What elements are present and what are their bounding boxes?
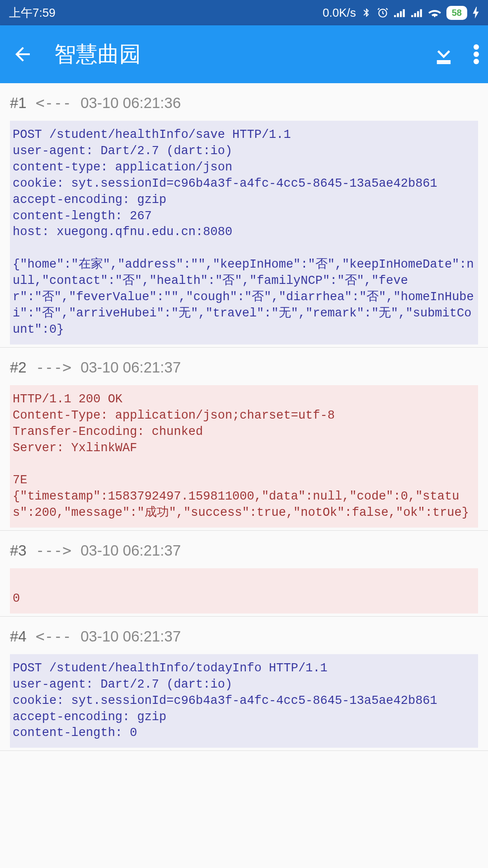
svg-rect-3: [400, 11, 402, 17]
bluetooth-icon: [361, 6, 371, 19]
signal-icon-1: [394, 8, 406, 18]
svg-point-11: [474, 52, 479, 57]
download-button[interactable]: [432, 42, 455, 66]
status-right: 0.0K/s 58: [323, 6, 479, 20]
log-entry[interactable]: #4 <--- 03-10 06:21:37 POST /student/hea…: [0, 617, 488, 751]
status-time: 上午7:59: [9, 5, 56, 21]
wifi-icon: [428, 8, 441, 18]
entry-body: 0: [10, 568, 478, 613]
svg-rect-2: [397, 13, 399, 17]
entry-timestamp: 03-10 06:21:37: [80, 359, 181, 376]
more-button[interactable]: [474, 43, 479, 65]
entry-timestamp: 03-10 06:21:37: [80, 542, 181, 559]
svg-rect-4: [403, 9, 404, 17]
svg-rect-8: [420, 9, 422, 17]
status-bar: 上午7:59 0.0K/s 58: [0, 0, 488, 25]
entry-header: #4 <--- 03-10 06:21:37: [0, 617, 488, 654]
entry-body: HTTP/1.1 200 OK Content-Type: applicatio…: [10, 385, 478, 528]
entry-direction: --->: [36, 359, 71, 376]
svg-rect-1: [394, 15, 396, 17]
arrow-back-icon: [12, 43, 33, 65]
battery-indicator: 58: [446, 6, 467, 20]
log-entry[interactable]: #2 ---> 03-10 06:21:37 HTTP/1.1 200 OK C…: [0, 348, 488, 531]
svg-point-10: [474, 44, 479, 50]
entry-direction: <---: [36, 627, 71, 645]
log-entry[interactable]: #3 ---> 03-10 06:21:37 0: [0, 531, 488, 617]
charging-icon: [473, 7, 479, 19]
entry-header: #2 ---> 03-10 06:21:37: [0, 348, 488, 385]
log-entry[interactable]: #1 <--- 03-10 06:21:36 POST /student/hea…: [0, 83, 488, 348]
page-title: 智慧曲园: [54, 40, 432, 69]
entry-number: #4: [10, 628, 27, 645]
signal-icon-2: [411, 8, 423, 18]
log-list[interactable]: #1 <--- 03-10 06:21:36 POST /student/hea…: [0, 83, 488, 868]
network-speed: 0.0K/s: [323, 6, 356, 20]
entry-timestamp: 03-10 06:21:37: [80, 628, 181, 645]
app-bar: 智慧曲园: [0, 25, 488, 83]
svg-rect-5: [411, 15, 413, 17]
action-icons: [432, 42, 479, 66]
entry-number: #3: [10, 542, 27, 559]
entry-body: POST /student/healthInfo/todayInfo HTTP/…: [10, 654, 478, 748]
entry-direction: --->: [36, 542, 71, 559]
entry-timestamp: 03-10 06:21:36: [80, 94, 181, 112]
entry-number: #1: [10, 94, 27, 112]
entry-direction: <---: [36, 94, 71, 112]
entry-header: #3 ---> 03-10 06:21:37: [0, 531, 488, 568]
svg-rect-6: [414, 13, 416, 17]
entry-header: #1 <--- 03-10 06:21:36: [0, 83, 488, 121]
svg-rect-7: [417, 11, 419, 17]
alarm-icon: [377, 7, 389, 19]
svg-rect-9: [437, 60, 450, 62]
svg-point-12: [474, 59, 479, 64]
more-vert-icon: [474, 43, 479, 65]
download-icon: [432, 42, 455, 66]
entry-body: POST /student/healthInfo/save HTTP/1.1 u…: [10, 121, 478, 344]
entry-number: #2: [10, 359, 27, 376]
back-button[interactable]: [9, 41, 36, 68]
